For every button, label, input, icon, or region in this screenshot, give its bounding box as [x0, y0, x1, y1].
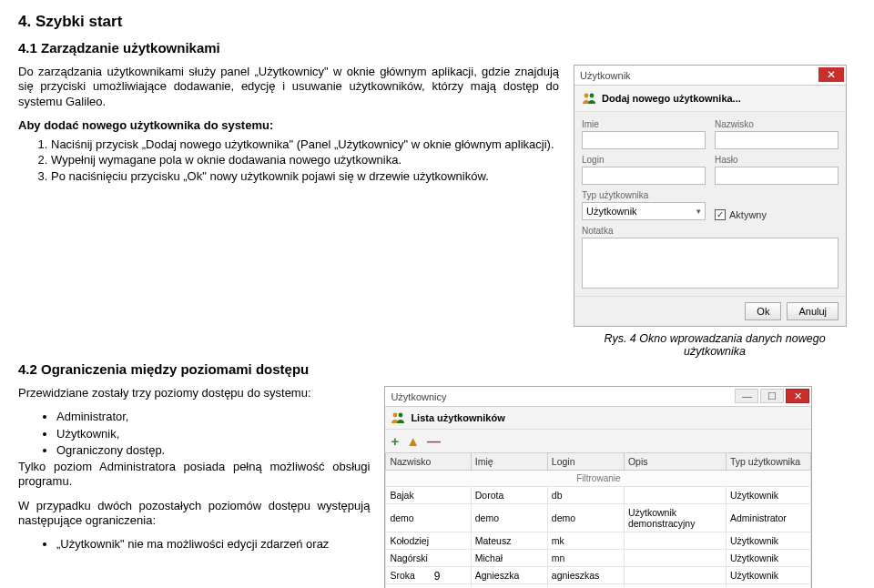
cell: Grzegorz — [471, 584, 547, 589]
cell: agnieszkas — [547, 567, 624, 584]
dialog2-title: Użytkownicy — [391, 391, 446, 402]
level-item: Ograniczony dostęp. — [56, 443, 370, 458]
label-notatka: Notatka — [582, 226, 838, 236]
cell: Sroka — [386, 567, 471, 584]
close-icon: ✕ — [827, 68, 836, 81]
paragraph-addnew: Aby dodać nowego użytkownika do systemu: — [18, 118, 559, 132]
heading-subsection-42: 4.2 Ograniczenia między poziomami dostęp… — [18, 361, 856, 377]
anuluj-button[interactable]: Anuluj — [787, 302, 838, 320]
toolbar: + ▲ — — [385, 430, 811, 452]
cell: Bajak — [386, 487, 471, 504]
caption-fig4: Rys. 4 Okno wprowadzania danych nowego u… — [574, 332, 856, 358]
close-button[interactable]: ✕ — [818, 67, 844, 82]
col-nazwisko[interactable]: Nazwisko — [386, 453, 471, 471]
cell: Nagórski — [386, 550, 471, 567]
select-typ[interactable]: Użytkownik ▾ — [582, 202, 706, 220]
cell — [624, 487, 726, 504]
input-haslo[interactable] — [715, 167, 838, 185]
cell: Administrator — [726, 584, 810, 589]
table-row[interactable]: NagórskiMichałmnUżytkownik — [386, 550, 811, 567]
table-row[interactable]: SrokaAgnieszkaagnieszkasUżytkownik — [386, 567, 811, 584]
cell — [624, 550, 726, 567]
heading-subsection-41: 4.1 Zarządzanie użytkownikami — [18, 40, 856, 56]
cell: Michał — [471, 550, 547, 567]
cell: Mateusz — [471, 532, 547, 550]
add-icon[interactable]: + — [391, 433, 399, 449]
table-row[interactable]: BajakDorotadbUżytkownik — [386, 487, 811, 504]
cell: Administrator — [726, 504, 810, 532]
filter-row[interactable]: Filtrowanie — [386, 471, 811, 487]
step-item: Wypełnij wymagane pola w oknie dodawania… — [51, 153, 559, 167]
col-typ[interactable]: Typ użytkownika — [726, 453, 810, 471]
paragraph-levels-intro: Przewidziane zostały trzy poziomy dostęp… — [18, 386, 370, 400]
col-opis[interactable]: Opis — [624, 453, 726, 471]
cell: db — [547, 487, 624, 504]
page-number: 9 — [434, 570, 441, 583]
maximize-icon: ☐ — [767, 390, 777, 402]
input-imie[interactable] — [582, 131, 706, 149]
restrictions-list: „Użytkownik" nie ma możliwości edycji zd… — [18, 537, 370, 552]
textarea-notatka[interactable] — [582, 238, 838, 289]
dialog-title: Użytkownik — [580, 70, 631, 81]
svg-point-2 — [393, 413, 398, 418]
paragraph-admin-full: Tylko poziom Administratora posiada pełn… — [18, 460, 370, 490]
input-login[interactable] — [582, 167, 706, 185]
cell: Kołodziej — [386, 532, 471, 550]
cell: Użytkownik demonstracyjny — [624, 504, 726, 532]
paragraph-intro: Do zarządzania użytkownikami służy panel… — [18, 65, 559, 109]
svg-point-1 — [590, 94, 595, 98]
dialog-titlebar[interactable]: Użytkownik ✕ — [574, 66, 846, 86]
close-icon: ✕ — [794, 390, 802, 402]
paragraph-restrictions: W przypadku dwóch pozostałych poziomów d… — [18, 499, 370, 529]
cell — [624, 567, 726, 584]
dialog2-titlebar[interactable]: Użytkownicy — ☐ ✕ — [385, 387, 811, 407]
cell: demo — [547, 504, 624, 532]
restriction-item: „Użytkownik" nie ma możliwości edycji zd… — [56, 537, 370, 552]
cell: mn — [547, 550, 624, 567]
input-nazwisko[interactable] — [715, 131, 838, 149]
label-haslo: Hasło — [715, 155, 838, 165]
checkbox-aktywny[interactable]: ✓ Aktywny — [715, 209, 767, 220]
steps-list: Naciśnij przycisk „Dodaj nowego użytkown… — [18, 137, 559, 184]
dialog-user: Użytkownik ✕ Dodaj nowego użytkownika...… — [574, 65, 847, 327]
cell: mk — [547, 532, 624, 550]
cell: gs — [547, 584, 624, 589]
table-row[interactable]: demodemodemoUżytkownik demonstracyjnyAdm… — [386, 504, 811, 532]
cell — [624, 584, 726, 589]
cell: Użytkownik — [726, 567, 810, 584]
close-button[interactable]: ✕ — [786, 389, 809, 403]
table-row[interactable]: StolarskiGrzegorzgsAdministrator — [386, 584, 811, 589]
edit-icon[interactable]: ▲ — [406, 433, 420, 449]
maximize-button[interactable]: ☐ — [760, 389, 784, 403]
label-nazwisko: Nazwisko — [715, 119, 838, 129]
users-icon — [582, 91, 596, 106]
svg-point-0 — [584, 94, 589, 98]
cell: Użytkownik — [726, 550, 810, 567]
checkbox-icon: ✓ — [715, 209, 726, 220]
users-table: Nazwisko Imię Login Opis Typ użytkownika… — [385, 452, 811, 588]
label-typ: Typ użytkownika — [582, 190, 706, 200]
cell: demo — [386, 504, 471, 532]
cell: Użytkownik — [726, 487, 810, 504]
ok-button[interactable]: Ok — [745, 302, 781, 320]
heading-section: 4. Szybki start — [18, 13, 856, 31]
dialog-users: Użytkownicy — ☐ ✕ Lista użytkowników + ▲… — [384, 386, 812, 588]
col-login[interactable]: Login — [547, 453, 624, 471]
minimize-button[interactable]: — — [735, 389, 758, 403]
cell — [624, 532, 726, 550]
dialog-header: Dodaj nowego użytkownika... — [574, 86, 846, 112]
label-imie: Imie — [582, 119, 706, 129]
checkbox-aktywny-label: Aktywny — [729, 209, 767, 220]
levels-list: Administrator, Użytkownik, Ograniczony d… — [18, 410, 370, 458]
cell: Dorota — [471, 487, 547, 504]
svg-point-3 — [399, 413, 403, 418]
cell: Stolarski — [386, 584, 471, 589]
delete-icon[interactable]: — — [427, 433, 441, 449]
chevron-down-icon: ▾ — [696, 207, 701, 216]
table-row[interactable]: KołodziejMateuszmkUżytkownik — [386, 532, 811, 550]
cell: demo — [471, 504, 547, 532]
dialog-header-text: Dodaj nowego użytkownika... — [602, 93, 741, 104]
col-imie[interactable]: Imię — [471, 453, 547, 471]
step-item: Po naciśnięciu przycisku „Ok" nowy użytk… — [51, 169, 559, 184]
select-typ-value: Użytkownik — [586, 206, 637, 217]
